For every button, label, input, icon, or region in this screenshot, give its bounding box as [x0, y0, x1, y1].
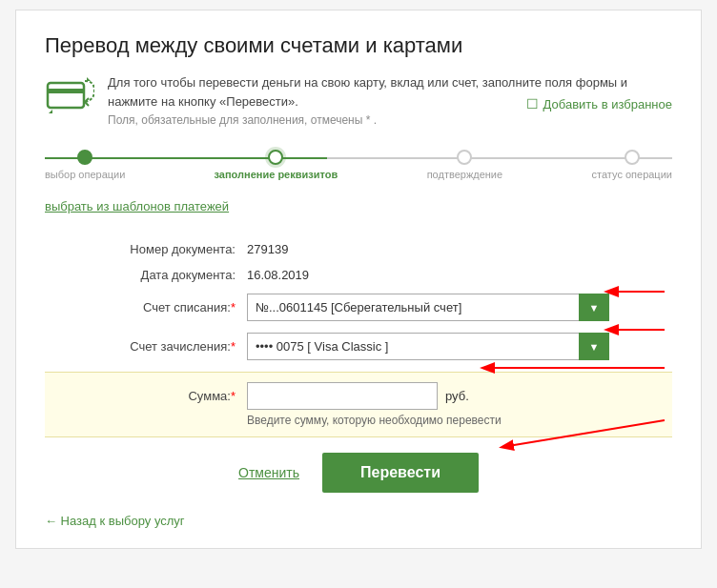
debit-required: *: [231, 300, 236, 314]
doc-date-value: 16.08.2019: [247, 268, 309, 282]
doc-number-row: Номер документа: 279139: [45, 242, 672, 256]
credit-label: Счет зачисления:*: [83, 339, 236, 354]
debit-label: Счет списания:*: [83, 300, 236, 314]
amount-row-inner: Сумма:* руб.: [83, 382, 672, 410]
add-favorites-link[interactable]: ☐ Добавить в избранное: [526, 96, 672, 112]
amount-row: Сумма:* руб. Введите сумму, которую необ…: [45, 372, 672, 437]
credit-account-row: Счет зачисления:* •••• 0075 [ Visa Class…: [45, 333, 672, 360]
amount-input[interactable]: [247, 382, 438, 410]
step-dot-2: [268, 150, 283, 165]
debit-account-select-wrapper: №...0601145 [Сберегательный счет]: [247, 294, 609, 321]
amount-hint: Введите сумму, которую необходимо переве…: [83, 414, 672, 427]
svg-rect-0: [48, 83, 84, 108]
cancel-button[interactable]: Отменить: [238, 465, 299, 480]
page-title: Перевод между своими счетами и картами: [45, 33, 672, 58]
credit-required: *: [231, 339, 236, 354]
step-label-2: заполнение реквизитов: [215, 169, 338, 180]
form-section: Номер документа: 279139 Дата документа: …: [45, 242, 672, 360]
transfer-icon: [45, 73, 94, 119]
credit-account-select[interactable]: •••• 0075 [ Visa Classic ]: [247, 333, 609, 360]
doc-number-value: 279139: [247, 242, 288, 256]
add-favorites-label: Добавить в избранное: [543, 97, 672, 112]
step-label-3: подтверждение: [427, 169, 502, 180]
svg-rect-1: [48, 89, 84, 93]
step-dot-4: [625, 150, 640, 165]
step-dot-1: [77, 150, 92, 165]
step-label-1: выбор операции: [45, 169, 125, 180]
buttons-row: Отменить Перевести: [45, 453, 672, 493]
templates-link[interactable]: выбрать из шаблонов платежей: [45, 199, 229, 213]
bookmark-icon: ☐: [526, 96, 539, 112]
amount-label: Сумма:*: [83, 389, 236, 403]
debit-account-row: Счет списания:* №...0601145 [Сберегатель…: [45, 294, 672, 321]
submit-button[interactable]: Перевести: [322, 453, 479, 493]
step-select-operation: выбор операции: [45, 150, 125, 180]
step-dot-3: [457, 150, 472, 165]
back-link[interactable]: ← Назад к выбору услуг: [45, 514, 185, 528]
doc-number-label: Номер документа:: [83, 242, 236, 256]
doc-date-row: Дата документа: 16.08.2019: [45, 268, 672, 282]
steps-bar: выбор операции заполнение реквизитов под…: [45, 142, 672, 180]
step-confirm: подтверждение: [426, 150, 502, 180]
doc-date-label: Дата документа:: [83, 268, 236, 282]
steps-flex: выбор операции заполнение реквизитов под…: [45, 142, 672, 180]
main-container: Перевод между своими счетами и картами Д…: [15, 10, 702, 549]
step-label-4: статус операции: [592, 169, 672, 180]
credit-account-select-wrapper: •••• 0075 [ Visa Classic ]: [247, 333, 609, 360]
back-link-row: ← Назад к выбору услуг: [45, 512, 672, 529]
amount-currency: руб.: [445, 389, 469, 403]
amount-required: *: [231, 389, 236, 403]
step-fill-details: заполнение реквизитов: [215, 150, 338, 180]
step-status: статус операции: [592, 150, 672, 180]
required-note: Поля, обязательные для заполнения, отмеч…: [108, 113, 672, 127]
debit-account-select[interactable]: №...0601145 [Сберегательный счет]: [247, 294, 609, 321]
